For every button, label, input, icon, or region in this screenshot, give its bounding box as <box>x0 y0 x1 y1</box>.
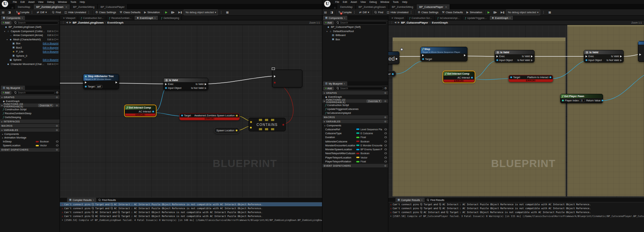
eye-icon[interactable] <box>384 161 387 162</box>
myblueprint-search-input[interactable]: Search <box>335 87 383 90</box>
add-blueprint-item-button[interactable]: +Add <box>1 91 11 95</box>
close-icon[interactable]: × <box>344 82 345 85</box>
add-function-icon[interactable]: ⊕ <box>384 100 387 103</box>
simulation-button[interactable]: ▶Simulation <box>465 9 484 15</box>
asset-tab[interactable]: ▲ ☻ BP_CutscenePlayer × <box>416 4 450 9</box>
exec-out-pin[interactable] <box>464 54 466 56</box>
is-not-valid-pin[interactable] <box>205 87 206 89</box>
variable-group-row[interactable]: ▸Components <box>322 123 388 127</box>
exec-in-pin[interactable] <box>165 83 167 85</box>
compiler-error-row[interactable]: ⚠ Can't connect pins AC Interact and Tar… <box>388 210 644 214</box>
array-out-pin[interactable] <box>236 115 238 117</box>
interfaces-section-header[interactable]: ▸INTERFACES <box>0 120 60 123</box>
play-button[interactable]: ▶ <box>486 9 491 15</box>
back-icon[interactable]: ◀ <box>66 21 68 24</box>
eye-icon[interactable] <box>56 141 58 142</box>
variable-row[interactable]: PlayerTeleportRotation Float <box>322 160 388 163</box>
menu-item[interactable]: View <box>361 1 366 3</box>
add-component-button[interactable]: +Add <box>1 21 11 25</box>
asset-tab[interactable]: ▲ ☻ BP_ZombieLyingDown × <box>34 4 70 9</box>
reroute-knot[interactable] <box>400 48 403 51</box>
function-row[interactable]: ƒIsCutsceneUnplayed <box>322 111 388 115</box>
add-function-icon[interactable]: ⊕ <box>56 104 58 107</box>
search-icon[interactable] <box>439 207 441 210</box>
find-button[interactable]: Find <box>50 9 63 15</box>
close-icon[interactable]: × <box>445 5 447 9</box>
search-icon[interactable] <box>92 203 94 206</box>
exec-in-pin[interactable] <box>422 54 424 56</box>
options-icon[interactable]: ⋮ <box>62 21 65 24</box>
close-icon[interactable]: × <box>21 17 23 19</box>
diff-button[interactable]: ⇄Diff▾ <box>357 9 371 15</box>
function-row[interactable]: ƒConstruction Script <box>322 103 388 107</box>
class-defaults-button[interactable]: ⚒Class Defaults <box>440 9 465 15</box>
hide-unrelated-button[interactable]: ◫Hide Unrelated⋮ <box>385 9 414 15</box>
hide-unrelated-button[interactable]: ◫Hide Unrelated⋮ <box>63 9 92 15</box>
graphs-section-header[interactable]: ▾GRAPHS⊕ <box>0 95 60 99</box>
debug-object-dropdown[interactable]: No debug object selected▾ <box>506 9 540 15</box>
variable-row[interactable]: CutsceneType E Cutscene <box>322 131 388 135</box>
comment-title-bar[interactable] <box>568 25 644 26</box>
node-fragment-right-edge[interactable] <box>638 41 644 62</box>
target-pin[interactable] <box>85 86 87 87</box>
target-pin[interactable] <box>422 58 424 60</box>
component-tree-row[interactable]: Arrow Component (Arrow) Edit in C++ <box>0 33 60 37</box>
variable-row[interactable]: Duration Float <box>322 135 388 139</box>
stop-button[interactable]: ▶▮ <box>499 9 506 15</box>
forward-icon[interactable]: ▶ <box>398 21 399 24</box>
search-icon[interactable] <box>420 203 423 206</box>
play-button[interactable]: ▶ <box>163 9 169 15</box>
gear-icon[interactable]: ⚙ <box>56 91 58 94</box>
toolbar-grid-icon[interactable]: ▦ <box>547 9 553 15</box>
close-icon[interactable]: × <box>421 199 423 201</box>
search-icon[interactable] <box>420 207 423 210</box>
menu-item[interactable]: File <box>335 1 339 3</box>
function-row[interactable]: ƒUpdateTriggeredCutscenes <box>322 107 388 111</box>
menu-item[interactable]: Asset <box>28 1 35 3</box>
node-awakened-zombies-spawn-location[interactable]: TargetAwakened Zombies Spawn Location ER… <box>179 113 240 120</box>
variables-section-header[interactable]: ▾VARIABLES⊕ <box>0 128 60 132</box>
component-tree-row[interactable]: Box <box>322 37 388 42</box>
exec-in-pin[interactable] <box>496 55 498 57</box>
class-settings-button[interactable]: ⚙Class Settings <box>93 9 118 15</box>
compile-button[interactable]: ↻×Compile⋮ <box>14 9 35 15</box>
object-out-pin[interactable] <box>392 73 394 75</box>
component-tree-row[interactable]: BP_ZombieLyingDown (Self) <box>0 25 60 29</box>
is-not-valid-pin[interactable] <box>620 59 622 61</box>
menu-item[interactable]: File <box>13 1 17 3</box>
expander-icon[interactable]: ▾ <box>4 30 6 32</box>
completed-pin[interactable] <box>396 58 398 60</box>
condition-pin[interactable] <box>274 82 276 84</box>
node-platform-to-interact[interactable]: TargetPlatform to Interact ERROR! <box>508 75 553 82</box>
component-tree-row[interactable]: ▾ Capsule Component (CollisionCylinder) … <box>0 29 60 34</box>
comment-box[interactable] <box>393 37 566 196</box>
variable-group-row[interactable]: ▸Components <box>0 132 60 136</box>
target-pin[interactable] <box>181 115 183 116</box>
node-get-interact-comp[interactable]: ƒGet Interact Comp AC Interact ERROR! <box>443 71 475 82</box>
document-tab[interactable]: Construction Scr...× <box>407 16 435 20</box>
gear-icon[interactable]: ⚙ <box>384 87 387 90</box>
search-icon[interactable] <box>446 211 449 213</box>
graphs-section-header[interactable]: ▾GRAPHS⊕ <box>322 91 388 95</box>
dispatchers-section-header[interactable]: EVENT DISPATCHERS⊕ <box>322 164 388 168</box>
object-out-pin[interactable] <box>550 76 551 78</box>
add-dispatcher-icon[interactable]: ⊕ <box>384 164 387 167</box>
search-icon[interactable] <box>92 207 94 210</box>
unreal-logo-icon[interactable]: U <box>324 1 331 7</box>
asset-tab[interactable]: ▲ ☻ DemoMap × <box>337 4 356 9</box>
frame-skip-button[interactable]: ▮▶ <box>169 9 177 15</box>
return-value-pin[interactable] <box>282 124 284 126</box>
eye-icon[interactable] <box>384 152 387 154</box>
exec-in-pin[interactable] <box>274 75 276 77</box>
menu-item[interactable]: Help <box>402 1 407 3</box>
edit-source-link[interactable]: Edit in C++ <box>47 38 58 41</box>
toolbar-options-icon[interactable]: ⋮ <box>218 9 224 15</box>
target-pin[interactable] <box>510 76 512 78</box>
add-component-button[interactable]: +Add <box>323 21 334 25</box>
edit-source-link[interactable]: Edit in C++ <box>47 63 58 65</box>
menu-item[interactable]: Edit <box>20 1 25 3</box>
menu-item[interactable]: Window <box>58 1 67 3</box>
edit-source-link[interactable]: Edit in Blueprint <box>43 59 58 61</box>
exec-in-pin[interactable] <box>85 81 87 84</box>
variable-row[interactable]: CutsceneRef Level Sequence Pla <box>322 127 388 131</box>
